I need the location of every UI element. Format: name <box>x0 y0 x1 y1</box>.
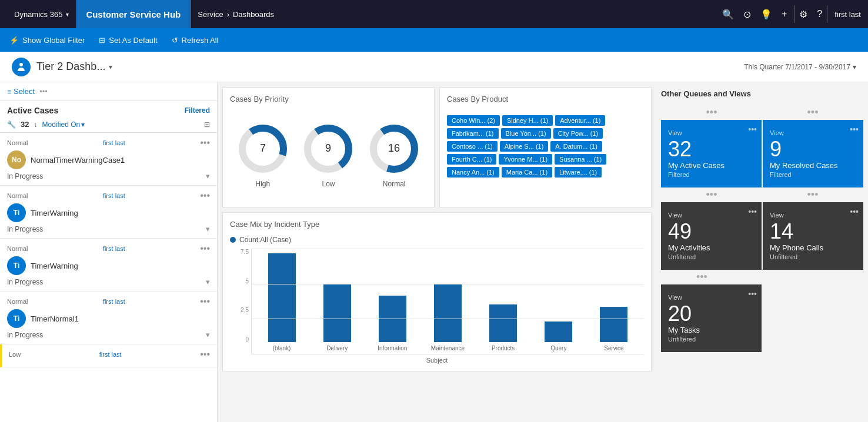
y-label: 0 <box>230 336 249 343</box>
my-phone-calls-card[interactable]: View ••• 14 My Phone Calls Unfiltered <box>763 202 863 270</box>
customer-service-hub-nav[interactable]: Customer Service Hub <box>76 0 191 28</box>
breadcrumb-separator: › <box>227 10 229 19</box>
show-global-filter-btn[interactable]: ⚡ Show Global Filter <box>9 36 85 45</box>
sort-icon: 🔧 <box>7 120 16 129</box>
case-item[interactable]: Low first last ••• <box>0 344 217 367</box>
dynamics365-nav[interactable]: Dynamics 365 ▾ <box>7 0 76 28</box>
resolved-cases-label: My Resolved Cases <box>770 161 838 170</box>
select-button[interactable]: ≡ Select <box>7 87 35 96</box>
product-tag[interactable]: Coho Win... (2) <box>447 115 500 126</box>
resolved-cases-filter: Filtered <box>770 171 792 178</box>
case-owner: first last <box>103 298 125 305</box>
card-view-label: View <box>668 212 682 219</box>
product-tag[interactable]: Fourth C... (1) <box>447 154 496 165</box>
bar-delivery <box>309 249 365 342</box>
my-tasks-card[interactable]: View ••• 20 My Tasks Unfiltered <box>661 284 762 352</box>
product-tag[interactable]: A. Datum... (1) <box>550 141 602 152</box>
svg-text:9: 9 <box>325 142 331 154</box>
add-icon[interactable]: + <box>782 9 787 19</box>
separator-dots-4: ••• <box>807 189 819 201</box>
x-label: Products <box>476 345 531 351</box>
cases-by-priority-title: Cases By Priority <box>230 95 427 103</box>
date-range[interactable]: This Quarter 7/1/2017 - 9/30/2017 ▾ <box>744 63 856 71</box>
product-tag[interactable]: Fabrikam... (1) <box>447 128 499 139</box>
sort-field-btn[interactable]: Modified On ▾ <box>42 120 85 129</box>
sort-arrow-icon[interactable]: ↓ <box>34 120 37 129</box>
donut-high-label: High <box>255 180 270 188</box>
set-as-default-btn[interactable]: ⊞ Set As Default <box>99 36 157 45</box>
product-tag[interactable]: Adventur... (1) <box>555 115 605 126</box>
recent-icon[interactable]: ⊙ <box>743 9 751 20</box>
card-more-icon[interactable]: ••• <box>748 125 757 134</box>
dashboard-title[interactable]: Tier 2 Dashb... ▾ <box>36 61 112 73</box>
case-count: 32 <box>21 120 29 129</box>
product-tag[interactable]: Contoso ... (1) <box>447 141 498 152</box>
my-activities-card[interactable]: View ••• 49 My Activities Unfiltered <box>661 202 762 270</box>
phone-calls-number: 14 <box>770 221 793 242</box>
product-tag[interactable]: Nancy An... (1) <box>447 167 499 177</box>
top-navigation: Dynamics 365 ▾ Customer Service Hub Serv… <box>0 0 868 28</box>
sort-field-text: Modified On <box>42 120 80 129</box>
bar-maintenance <box>420 249 475 342</box>
set-as-default-label: Set As Default <box>109 36 157 45</box>
card-more-icon[interactable]: ••• <box>748 207 757 216</box>
panel-toolbar: ≡ Select ••• <box>0 82 217 101</box>
question-icon[interactable]: ? <box>812 9 827 19</box>
product-tag[interactable]: Blue Yon... (1) <box>501 128 551 139</box>
case-more-icon[interactable]: ••• <box>200 349 210 360</box>
refresh-all-btn[interactable]: ↺ Refresh All <box>172 36 219 45</box>
view-toggle-icon[interactable]: ⊟ <box>204 120 210 129</box>
x-label: (blank) <box>254 345 309 351</box>
product-tag[interactable]: Maria Ca... (1) <box>502 167 552 177</box>
bars-group <box>252 249 644 342</box>
breadcrumb-dashboards[interactable]: Dashboards <box>233 10 274 19</box>
case-item[interactable]: Normal first last ••• No NormalTimerWarn… <box>0 133 217 186</box>
donut-low-svg: 9 <box>302 122 355 175</box>
my-resolved-cases-card[interactable]: View ••• 9 My Resolved Cases Filtered <box>763 120 863 187</box>
bar <box>545 321 572 342</box>
case-expand-icon[interactable]: ▾ <box>206 277 210 286</box>
card-more-icon[interactable]: ••• <box>748 289 757 299</box>
product-tag[interactable]: Sidney H... (1) <box>502 115 553 126</box>
toolbar-more-icon[interactable]: ••• <box>39 87 48 96</box>
card-more-icon[interactable]: ••• <box>850 125 859 134</box>
product-tag[interactable]: Alpine S... (1) <box>500 141 549 152</box>
tasks-label: My Tasks <box>668 326 700 334</box>
product-tag[interactable]: Susanna ... (1) <box>555 154 606 165</box>
product-tag[interactable]: Litware,... (1) <box>555 167 602 177</box>
x-label: Information <box>365 345 420 351</box>
donut-low-label: Low <box>322 180 335 188</box>
search-icon[interactable]: 🔍 <box>722 9 734 20</box>
breadcrumb: Service › Dashboards <box>191 10 281 19</box>
case-item[interactable]: Normal first last ••• Ti TimerWarning In… <box>0 239 217 292</box>
product-tag[interactable]: Yvonne M... (1) <box>499 154 552 165</box>
hub-label: Customer Service Hub <box>86 9 181 19</box>
card-view-label: View <box>668 129 682 136</box>
case-more-icon[interactable]: ••• <box>200 190 210 201</box>
right-panel-title: Other Queues and Views <box>661 87 863 101</box>
case-item[interactable]: Normal first last ••• Ti TimerNormal1 In… <box>0 292 217 344</box>
breadcrumb-service[interactable]: Service <box>198 10 223 19</box>
cards-row-2: View ••• 49 My Activities Unfiltered Vie… <box>661 202 863 270</box>
settings-icon[interactable]: ⚙ <box>794 9 812 20</box>
help-icon[interactable]: 💡 <box>760 9 772 20</box>
case-owner: first last <box>103 139 125 146</box>
svg-text:7: 7 <box>260 142 266 154</box>
card-more-icon[interactable]: ••• <box>850 207 859 216</box>
panel-sort: 🔧 32 ↓ Modified On ▾ ⊟ <box>0 118 217 133</box>
product-tag[interactable]: City Pow... (1) <box>553 128 603 139</box>
user-menu[interactable]: first last <box>827 10 861 19</box>
bar <box>600 307 627 342</box>
filtered-badge: Filtered <box>185 106 210 115</box>
filter-icon: ⚡ <box>9 36 19 45</box>
case-more-icon[interactable]: ••• <box>200 138 210 148</box>
case-more-icon[interactable]: ••• <box>200 296 210 307</box>
dashboard-title-text: Tier 2 Dashb... <box>36 61 105 73</box>
case-expand-icon[interactable]: ▾ <box>206 330 210 339</box>
case-expand-icon[interactable]: ▾ <box>206 225 210 233</box>
activities-label: My Activities <box>668 243 710 252</box>
case-expand-icon[interactable]: ▾ <box>206 172 210 180</box>
case-item[interactable]: Normal first last ••• Ti TimerWarning In… <box>0 186 217 239</box>
my-active-cases-card[interactable]: View ••• 32 My Active Cases Filtered <box>661 120 762 187</box>
case-more-icon[interactable]: ••• <box>200 243 210 254</box>
